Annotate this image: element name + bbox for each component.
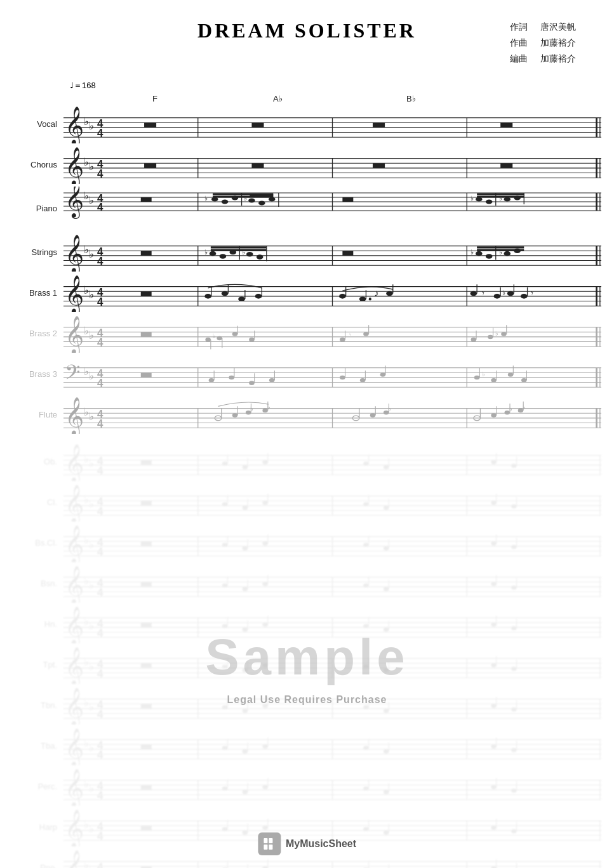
svg-rect-56 [141, 197, 152, 202]
svg-point-468 [222, 705, 227, 709]
svg-point-63 [248, 198, 255, 202]
svg-text:♪: ♪ [374, 287, 378, 298]
svg-point-445 [363, 664, 368, 669]
svg-point-233 [508, 372, 513, 377]
instrument-row-lower: Tbn. 𝄞 ♭ ♭ 4 4 [13, 687, 601, 725]
svg-point-441 [243, 667, 248, 672]
svg-rect-496 [141, 744, 152, 749]
svg-point-304 [491, 460, 496, 464]
svg-text:4: 4 [97, 296, 103, 308]
svg-point-158 [521, 294, 528, 299]
svg-rect-21 [500, 122, 512, 128]
svg-text:♭: ♭ [89, 539, 94, 551]
instrument-name-lower: Tbn. [13, 700, 63, 710]
staff-lower: 𝄞 ♭ ♭ 4 4 [63, 605, 601, 643]
svg-rect-67 [342, 197, 353, 202]
svg-text:♭: ♭ [388, 405, 391, 412]
svg-point-146 [369, 298, 371, 300]
staff-chorus: 𝄞 ♭ ♭ 4 4 [63, 146, 601, 184]
svg-text:♭: ♭ [482, 370, 485, 377]
staff-svg-lower: 𝄞 ♭ ♭ 4 4 [63, 727, 601, 765]
svg-point-418 [384, 627, 389, 631]
svg-text:♭: ♭ [84, 243, 89, 255]
svg-point-447 [384, 667, 389, 672]
svg-point-474 [363, 705, 368, 709]
svg-point-567 [511, 829, 516, 833]
logo-icon-svg [262, 837, 276, 851]
svg-point-138 [238, 296, 245, 301]
svg-text:𝄞: 𝄞 [65, 147, 84, 184]
svg-point-499 [243, 749, 248, 753]
svg-point-393 [511, 585, 516, 589]
svg-point-228 [474, 375, 479, 379]
svg-text:♭: ♭ [84, 818, 89, 830]
svg-point-412 [243, 627, 248, 631]
svg-rect-38 [251, 163, 264, 168]
instrument-name-lower: Cl. [13, 497, 63, 507]
svg-point-144 [359, 296, 366, 301]
svg-point-449 [491, 663, 496, 667]
svg-point-150 [471, 291, 477, 296]
svg-rect-293 [141, 460, 152, 465]
svg-point-216 [229, 375, 234, 379]
svg-point-385 [262, 582, 267, 586]
svg-text:♭: ♭ [89, 620, 94, 632]
instrument-row-brass3: Brass 3 𝄢 ♭ ♭ 4 4 [13, 355, 601, 393]
staff-svg-lower: 𝄞 ♭ ♭ 4 4 [63, 605, 601, 643]
svg-text:B♭: B♭ [406, 94, 416, 103]
svg-point-140 [255, 294, 262, 299]
svg-point-98 [210, 251, 217, 256]
staff-brass2: 𝄞 ♭ ♭ 4 4 ♭ [63, 315, 601, 353]
svg-point-302 [384, 464, 389, 469]
instrument-name-brass2: Brass 2 [13, 329, 63, 338]
svg-rect-18 [144, 122, 156, 128]
site-icon [258, 832, 281, 855]
svg-point-472 [262, 704, 267, 708]
svg-point-114 [504, 251, 511, 256]
svg-text:𝄞: 𝄞 [65, 484, 84, 522]
staff-svg-chorus: 𝄞 ♭ ♭ 4 4 [63, 146, 601, 184]
svg-point-196 [501, 332, 506, 336]
staff-lower: 𝄞 ♭ ♭ 4 4 [63, 524, 601, 562]
svg-text:♭: ♭ [84, 574, 89, 586]
staff-svg-piano: 𝄞 ♭ ♭ 4 4 ♭ ♭ [63, 187, 601, 231]
svg-text:♭: ♭ [471, 195, 474, 202]
svg-point-561 [363, 827, 368, 831]
svg-point-99 [220, 254, 227, 259]
svg-text:𝄞: 𝄞 [65, 647, 84, 684]
svg-text:♭: ♭ [89, 248, 94, 260]
svg-point-563 [384, 830, 389, 834]
instrument-row-lower: Bsn. 𝄞 ♭ ♭ 4 4 [13, 565, 601, 603]
staff-lower: 𝄞 ♭ ♭ 4 4 [63, 646, 601, 684]
svg-point-142 [339, 294, 346, 299]
svg-point-69 [476, 197, 483, 201]
svg-point-294 [222, 461, 227, 466]
svg-text:𝄾: 𝄾 [349, 332, 351, 336]
instrument-name-vocal: Vocal [13, 119, 63, 129]
svg-point-327 [262, 501, 267, 505]
svg-point-364 [511, 544, 516, 549]
svg-text:♭: ♭ [242, 247, 245, 255]
svg-text:4: 4 [97, 201, 103, 212]
staff-svg-lower: 𝄞 ♭ ♭ 4 4 [63, 646, 601, 684]
instrument-row-lower: Perc. 𝄞 ♭ ♭ 4 4 [13, 768, 601, 806]
svg-text:♭: ♭ [84, 777, 89, 789]
svg-point-389 [384, 586, 389, 591]
svg-point-391 [491, 582, 496, 586]
instrument-row-lower: Cl. 𝄞 ♭ ♭ 4 4 [13, 483, 601, 522]
staff-svg-brass2: 𝄞 ♭ ♭ 4 4 ♭ [63, 315, 601, 353]
svg-point-177 [205, 338, 210, 342]
instrument-row-lower: Tpt. 𝄞 ♭ ♭ 4 4 [13, 646, 601, 684]
svg-text:F: F [152, 94, 157, 103]
svg-text:♭: ♭ [89, 742, 94, 754]
tempo-marking: ♩＝168 [70, 80, 601, 91]
svg-text:𝄞: 𝄞 [65, 315, 84, 353]
staff-svg-vocal: 𝄞 ♭ ♭ 4 4 [63, 105, 601, 143]
svg-text:4: 4 [97, 860, 103, 868]
instrument-row-lower: Bs.Cl. 𝄞 ♭ ♭ 4 4 [13, 524, 601, 562]
svg-point-505 [384, 749, 389, 753]
svg-point-329 [363, 502, 368, 506]
site-name: MyMusicSheet [286, 838, 356, 850]
instrument-name-lower: Perc. [13, 782, 63, 791]
svg-text:𝄞: 𝄞 [65, 728, 84, 765]
